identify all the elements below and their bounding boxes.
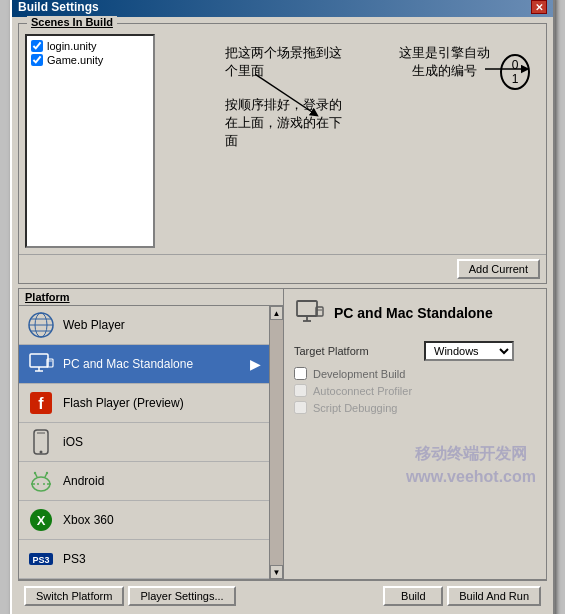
annotation-order-text: 按顺序排好，登录的 在上面，游戏的在下 面: [225, 96, 530, 150]
svg-rect-7: [30, 354, 48, 367]
watermark-line1: 移动终端开发网: [406, 443, 536, 465]
scenes-list: login.unity Game.unity: [25, 34, 155, 248]
scene-label-game: Game.unity: [47, 54, 103, 66]
platform-list-with-scroll: Web Player: [19, 306, 283, 579]
player-settings-button[interactable]: Player Settings...: [128, 586, 235, 606]
title-bar: Build Settings ✕: [12, 0, 553, 17]
platform-list: Web Player: [19, 306, 269, 579]
detail-platform-icon: [294, 297, 326, 329]
scroll-up-button[interactable]: ▲: [270, 306, 283, 320]
svg-text:f: f: [38, 395, 44, 412]
platform-item-webplayer[interactable]: Web Player: [19, 306, 269, 345]
development-build-label: Development Build: [313, 368, 405, 380]
svg-point-15: [40, 451, 43, 454]
detail-title: PC and Mac Standalone: [334, 305, 493, 321]
scenes-content: login.unity Game.unity: [19, 24, 546, 254]
scenes-label: Scenes In Build: [27, 16, 117, 28]
target-platform-label: Target Platform: [294, 345, 424, 357]
platform-item-standalone[interactable]: PC and Mac Standalone ▶: [19, 345, 269, 384]
right-annotation-line1: 这里是引擎自动: [399, 44, 490, 62]
scene-checkbox-game[interactable]: [31, 54, 43, 66]
target-platform-row: Target Platform Windows Mac OS X Linux: [294, 341, 536, 361]
add-current-row: Add Current: [19, 254, 546, 283]
globe-icon: [27, 311, 55, 339]
scenes-section: Scenes In Build login.unity Game.unity: [18, 23, 547, 284]
platform-item-ps3[interactable]: PS3 PS3: [19, 540, 269, 579]
platform-item-xbox[interactable]: X Xbox 360: [19, 501, 269, 540]
annotation-area: 把这两个场景拖到这 个里面 按顺序排好，登录的 在上面，游戏的在下 面 这里是引…: [155, 34, 540, 248]
svg-text:X: X: [37, 513, 46, 528]
autoconnect-label: Autoconnect Profiler: [313, 385, 412, 397]
scene-item-game[interactable]: Game.unity: [31, 54, 149, 66]
platform-item-flash[interactable]: f Flash Player (Preview): [19, 384, 269, 423]
switch-platform-button[interactable]: Switch Platform: [24, 586, 124, 606]
annotation-order-line2: 在上面，游戏的在下: [225, 114, 530, 132]
window-title: Build Settings: [18, 0, 99, 14]
scene-label-login: login.unity: [47, 40, 97, 52]
annotation-order-line1: 按顺序排好，登录的: [225, 96, 530, 114]
development-build-checkbox[interactable]: [294, 367, 307, 380]
scroll-track: [270, 320, 283, 565]
platform-label: Platform: [19, 289, 283, 306]
platform-list-container: Platform: [19, 289, 284, 579]
platform-item-android[interactable]: Android: [19, 462, 269, 501]
add-current-button[interactable]: Add Current: [457, 259, 540, 279]
svg-rect-14: [34, 430, 48, 454]
build-button[interactable]: Build: [383, 586, 443, 606]
svg-point-25: [46, 472, 48, 474]
watermark: 移动终端开发网 www.veehot.com: [406, 443, 536, 488]
platform-label-ps3: PS3: [63, 552, 261, 566]
scene-number-0: 0: [512, 58, 519, 72]
bottom-bar: Switch Platform Player Settings... Build…: [18, 580, 547, 611]
svg-point-19: [43, 483, 45, 485]
platform-detail-panel: PC and Mac Standalone Target Platform Wi…: [284, 289, 546, 579]
development-build-row: Development Build: [294, 367, 536, 380]
selected-marker: ▶: [250, 356, 261, 372]
watermark-line2: www.veehot.com: [406, 466, 536, 488]
platform-label-webplayer: Web Player: [63, 318, 261, 332]
bottom-bar-right: Build Build And Run: [383, 586, 541, 606]
platform-label-ios: iOS: [63, 435, 261, 449]
platform-label-android: Android: [63, 474, 261, 488]
platform-scrollbar[interactable]: ▲ ▼: [269, 306, 283, 579]
main-content: Scenes In Build login.unity Game.unity: [12, 17, 553, 614]
platform-section: Platform: [18, 288, 547, 580]
svg-point-18: [37, 483, 39, 485]
flash-icon: f: [27, 389, 55, 417]
scene-number-1: 1: [512, 72, 519, 86]
platform-label-standalone: PC and Mac Standalone: [63, 357, 242, 371]
svg-text:PS3: PS3: [32, 555, 49, 565]
autoconnect-checkbox[interactable]: [294, 384, 307, 397]
right-annotation-line2: 生成的编号: [399, 62, 490, 80]
platform-item-ios[interactable]: iOS: [19, 423, 269, 462]
svg-point-24: [34, 472, 36, 474]
platform-label-flash: Flash Player (Preview): [63, 396, 261, 410]
ios-icon: [27, 428, 55, 456]
bottom-bar-left: Switch Platform Player Settings...: [24, 586, 236, 606]
right-annotation: 这里是引擎自动 生成的编号: [399, 44, 490, 80]
watermark-area: 移动终端开发网 www.veehot.com: [294, 418, 536, 488]
android-icon: [27, 467, 55, 495]
ps3-icon: PS3: [27, 545, 55, 573]
scene-checkbox-login[interactable]: [31, 40, 43, 52]
target-platform-select[interactable]: Windows Mac OS X Linux: [424, 341, 514, 361]
script-debug-label: Script Debugging: [313, 402, 397, 414]
build-and-run-button[interactable]: Build And Run: [447, 586, 541, 606]
scene-numbers-circle: 0 1: [500, 54, 530, 90]
platform-label-xbox: Xbox 360: [63, 513, 261, 527]
close-button[interactable]: ✕: [531, 0, 547, 14]
scene-item-login[interactable]: login.unity: [31, 40, 149, 52]
scroll-down-button[interactable]: ▼: [270, 565, 283, 579]
script-debug-row: Script Debugging: [294, 401, 536, 414]
autoconnect-row: Autoconnect Profiler: [294, 384, 536, 397]
xbox-icon: X: [27, 506, 55, 534]
annotation-order-line3: 面: [225, 132, 530, 150]
build-settings-window: Build Settings ✕ Scenes In Build login.u…: [10, 0, 555, 614]
pc-icon: [27, 350, 55, 378]
svg-rect-30: [297, 301, 317, 316]
detail-header: PC and Mac Standalone: [294, 297, 536, 329]
script-debug-checkbox[interactable]: [294, 401, 307, 414]
